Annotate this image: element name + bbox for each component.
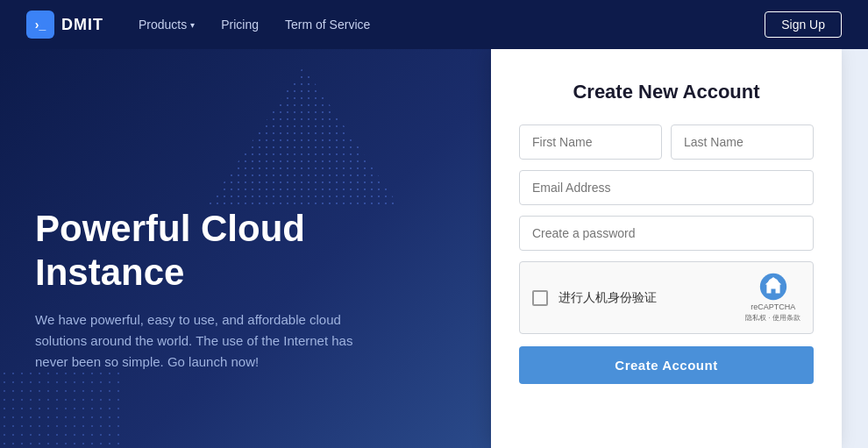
right-overflow: [842, 49, 868, 448]
form-title: Create New Account: [519, 81, 814, 103]
nav-links: Products ▾ Pricing Term of Service: [139, 18, 765, 32]
captcha-checkbox[interactable]: [532, 290, 548, 306]
password-input[interactable]: [519, 216, 814, 251]
recaptcha-links-text: 隐私权 · 使用条款: [745, 313, 800, 323]
captcha-left: 进行人机身份验证: [532, 290, 657, 306]
captcha-label: 进行人机身份验证: [559, 290, 657, 306]
hero-title: Powerful Cloud Instance: [35, 207, 456, 295]
name-row: [519, 124, 814, 160]
last-name-input[interactable]: [671, 124, 814, 160]
main-area: Powerful Cloud Instance We have powerful…: [0, 49, 868, 448]
email-input[interactable]: [519, 170, 814, 205]
navbar: ›_ DMIT Products ▾ Pricing Term of Servi…: [0, 0, 868, 49]
captcha-right: reCAPTCHA 隐私权 · 使用条款: [745, 273, 800, 323]
nav-tos[interactable]: Term of Service: [285, 18, 370, 32]
create-account-button[interactable]: Create Account: [519, 346, 814, 384]
signup-button[interactable]: Sign Up: [765, 11, 842, 38]
logo-icon: ›_: [26, 11, 54, 39]
chevron-down-icon: ▾: [190, 20, 195, 30]
dots-decoration: [0, 369, 123, 448]
logo[interactable]: ›_ DMIT: [26, 11, 103, 39]
recaptcha-brand-text: reCAPTCHA: [751, 302, 795, 311]
nav-tos-label: Term of Service: [285, 18, 370, 32]
password-field-wrapper: [519, 216, 814, 251]
first-name-input[interactable]: [519, 124, 662, 160]
recaptcha-logo-icon: [759, 273, 787, 301]
logo-text: DMIT: [61, 16, 103, 34]
hero-section: Powerful Cloud Instance We have powerful…: [0, 49, 491, 448]
nav-products[interactable]: Products ▾: [139, 18, 195, 32]
email-field-wrapper: [519, 170, 814, 205]
nav-pricing-label: Pricing: [221, 18, 259, 32]
hero-subtitle: We have powerful, easy to use, and affor…: [35, 309, 368, 373]
signup-form-panel: Create New Account 进行人机身份验证: [491, 49, 842, 448]
nav-products-label: Products: [139, 18, 187, 32]
nav-pricing[interactable]: Pricing: [221, 18, 259, 32]
captcha-box[interactable]: 进行人机身份验证 reCAPTCHA 隐私权 · 使用条款: [519, 261, 814, 334]
